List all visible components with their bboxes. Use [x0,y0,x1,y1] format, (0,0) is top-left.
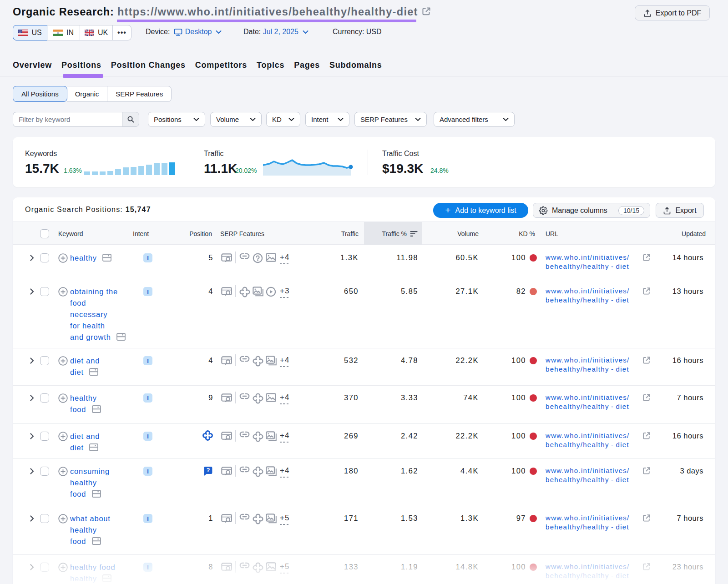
svg-text:?: ? [207,467,210,473]
